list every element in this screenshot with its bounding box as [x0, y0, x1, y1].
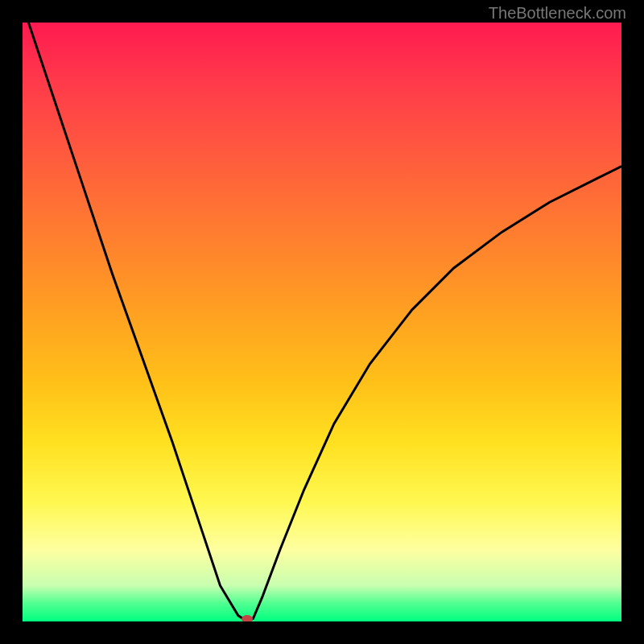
chart-plot-area [23, 23, 621, 621]
chart-svg [23, 23, 621, 621]
watermark-text: TheBottleneck.com [489, 4, 626, 23]
chart-marker [242, 615, 253, 621]
chart-curve [28, 23, 621, 621]
